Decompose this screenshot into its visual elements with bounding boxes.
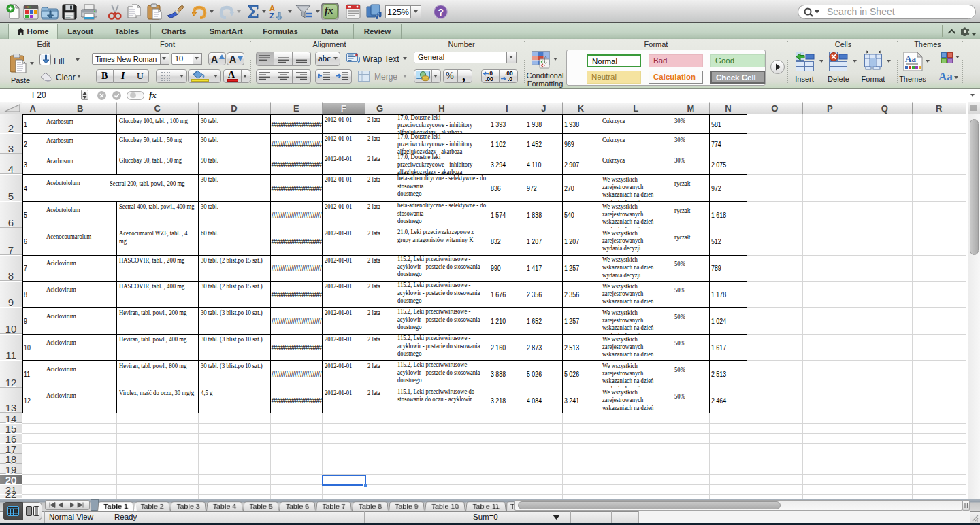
svg-text:Z: Z — [270, 12, 274, 20]
svg-text:Aa: Aa — [905, 54, 916, 64]
svg-text:?: ? — [438, 7, 444, 18]
